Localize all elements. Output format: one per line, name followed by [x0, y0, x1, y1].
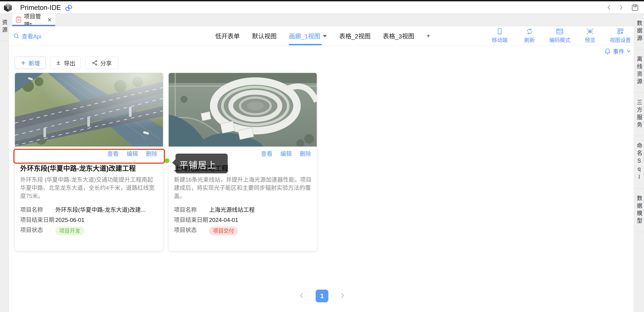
link-icon[interactable]	[65, 4, 72, 13]
save-icon[interactable]	[631, 4, 639, 12]
mobile-button[interactable]: 移动端	[490, 28, 510, 44]
page-1-button[interactable]: 1	[316, 289, 328, 302]
preview-eye-icon	[586, 28, 594, 35]
field-project-status: 项目状态 项目开发	[20, 226, 158, 235]
file-tab-bar: 项目管理* ✕	[9, 14, 634, 26]
pagination: 1	[0, 289, 644, 302]
code-mode-button[interactable]: 编码模式	[549, 28, 570, 44]
project-card: 查看 编辑 删除 外环东段(华夏中路-龙东大道)改建工程 外环东段 (华夏中路-…	[15, 73, 163, 251]
view-tab-lowcode-form[interactable]: 低开表单	[215, 26, 240, 45]
view-tab-gallery-1[interactable]: 画廊_1视图	[289, 26, 327, 45]
field-project-status: 项目状态 项目交付	[174, 226, 312, 235]
card-body: 外环东段(华夏中路-龙东大道)改建工程 外环东段 (华夏中路-龙东大道)交通功能…	[15, 163, 163, 235]
delete-link[interactable]: 删除	[300, 149, 311, 157]
toolbar-actions: 移动端 刷新 编码模式 预览	[490, 28, 631, 44]
share-button[interactable]: 分享	[85, 57, 118, 69]
view-settings-icon	[617, 28, 624, 35]
project-image-highway	[15, 73, 163, 146]
rail-item-named-sql[interactable]: 命名Sql	[634, 136, 644, 189]
project-description: 外环东段 (华夏中路-龙东大道)交通功能提升工程南起华夏中路、北至龙东大道，全长…	[20, 176, 158, 200]
primeton-logo-icon	[4, 3, 12, 13]
view-toolbar: 查看Api 低开表单 默认视图 画廊_1视图 表格_2视图 表格_3视图 + 移…	[9, 26, 634, 46]
export-button[interactable]: 导出	[50, 57, 81, 69]
view-link[interactable]: 查看	[261, 149, 272, 157]
chevron-down-icon	[626, 49, 631, 53]
download-icon	[56, 60, 61, 66]
rail-item-data-model[interactable]: 数据模型	[634, 189, 644, 232]
chevron-down-icon[interactable]	[323, 35, 327, 37]
field-project-end-date: 项目结束日期 2024-04-01	[174, 216, 312, 224]
view-tab-table-2[interactable]: 表格_2视图	[339, 26, 370, 45]
bell-icon	[604, 48, 611, 55]
active-view-underline	[289, 44, 322, 45]
tab-project-management[interactable]: 项目管理* ✕	[12, 14, 55, 26]
project-image-synchrotron	[169, 73, 317, 146]
tab-close-icon[interactable]: ✕	[48, 17, 52, 23]
view-tab-table-3[interactable]: 表格_3视图	[383, 26, 414, 45]
share-icon	[92, 60, 98, 66]
prev-page-icon[interactable]	[299, 292, 304, 300]
search-input[interactable]: 查看Api	[14, 32, 42, 40]
project-description: 新建16条光束线站，并提升上海光源加速器性能。项目建成后，将实现光子能区和主要同…	[174, 176, 312, 200]
add-button[interactable]: 新增	[15, 57, 46, 69]
rail-item-third-party-services[interactable]: 三方服务	[634, 93, 644, 136]
event-menu[interactable]: 事件	[604, 47, 631, 55]
rail-item-offline-resources[interactable]: 离线资源	[634, 49, 644, 93]
refresh-icon	[526, 28, 533, 35]
app-title: Primeton-IDE	[20, 4, 61, 12]
nav-back-icon[interactable]	[606, 5, 612, 12]
card-body: 上海光源线站工程 新建16条光束线站，并提升上海光源加速器性能。项目建成后，将实…	[169, 163, 317, 235]
refresh-button[interactable]: 刷新	[520, 28, 540, 44]
rail-item-datasource[interactable]: 数据源	[634, 14, 644, 49]
tooltip-text: 平铺居上	[180, 158, 216, 171]
left-rail: 资源	[0, 14, 9, 312]
field-project-end-date: 项目结束日期 2025-06-01	[20, 216, 158, 224]
edit-link[interactable]: 编辑	[280, 149, 292, 157]
next-page-icon[interactable]	[340, 292, 345, 300]
field-project-name: 项目名称 上海光源线站工程	[174, 206, 312, 214]
view-settings-button[interactable]: 视图设置	[610, 28, 631, 44]
document-icon	[16, 16, 21, 24]
nav-forward-icon[interactable]	[618, 5, 624, 12]
status-badge: 项目开发	[55, 227, 84, 235]
field-project-name: 项目名称 外环东段(华夏中路-龙东大道)改建...	[20, 206, 158, 214]
add-view-tab-button[interactable]: +	[427, 26, 430, 45]
mobile-icon	[496, 28, 503, 35]
right-rail: 数据源 离线资源 三方服务 命名Sql 数据模型	[634, 14, 644, 312]
code-mode-icon	[556, 28, 564, 35]
project-title: 外环东段(华夏中路-龙东大道)改建工程	[20, 163, 158, 173]
highlight-box	[14, 149, 165, 164]
green-dot-indicator	[165, 159, 169, 163]
view-tab-default-view[interactable]: 默认视图	[252, 26, 276, 45]
search-icon	[14, 33, 20, 39]
status-badge: 项目交付	[209, 227, 238, 235]
title-bar: Primeton-IDE	[0, 1, 644, 14]
rail-item-resources[interactable]: 资源	[0, 14, 8, 41]
plus-icon	[20, 60, 26, 65]
preview-button[interactable]: 预览	[580, 28, 600, 44]
view-tabs: 低开表单 默认视图 画廊_1视图 表格_2视图 表格_3视图 +	[215, 26, 430, 45]
